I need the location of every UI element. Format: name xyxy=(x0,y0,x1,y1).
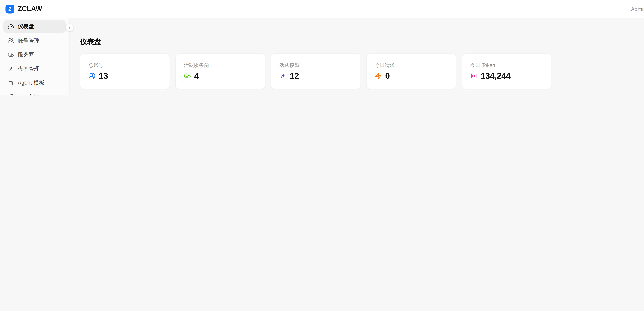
stat-card-today-requests: 今日请求0 xyxy=(366,54,456,89)
stat-card-value-row: 13 xyxy=(88,71,162,80)
stat-card-value: 134,244 xyxy=(481,71,510,80)
stat-card-value: 0 xyxy=(385,71,390,80)
top-header: Z ZCLAW Admin xyxy=(0,0,644,18)
sidebar-item-label: API 密钥 xyxy=(18,93,39,95)
app-title: ZCLAW xyxy=(18,5,42,13)
stat-card-value-row: 134,244 xyxy=(470,71,543,80)
key-icon xyxy=(8,94,14,95)
gauge-icon xyxy=(8,23,14,30)
token-width-icon xyxy=(470,72,478,79)
stat-card-value-row: 4 xyxy=(184,71,257,80)
stat-card-label: 今日请求 xyxy=(375,62,448,68)
stat-card-active-models: 活跃模型12 xyxy=(271,54,361,89)
cloud-server-icon xyxy=(184,72,191,79)
stat-card-value-row: 0 xyxy=(375,71,448,80)
users-icon xyxy=(8,38,14,44)
zap-icon xyxy=(375,72,382,79)
cloud-server-icon xyxy=(8,52,14,58)
sidebar-item-agent-templates[interactable]: Agent 模板 xyxy=(3,77,66,89)
sidebar-item-accounts[interactable]: 账号管理 xyxy=(3,34,66,47)
stat-card-label: 活跃服务商 xyxy=(184,62,257,68)
chevron-left-icon xyxy=(68,24,71,31)
stat-card-label: 总账号 xyxy=(88,62,162,68)
sidebar-item-providers[interactable]: 服务商 xyxy=(3,49,66,61)
sidebar: 仪表盘账号管理服务商模型管理Agent 模板API 密钥用量统计中转任务系统配置… xyxy=(0,18,70,95)
sidebar-item-models[interactable]: 模型管理 xyxy=(3,63,66,75)
user-menu[interactable]: Admin xyxy=(631,6,644,12)
app-logo: Z xyxy=(6,5,14,13)
sidebar-item-label: 账号管理 xyxy=(18,37,40,45)
sidebar-item-label: 服务商 xyxy=(18,51,34,59)
stat-card-active-providers: 活跃服务商4 xyxy=(176,54,265,89)
sidebar-item-dashboard[interactable]: 仪表盘 xyxy=(3,20,66,33)
stat-card-value: 12 xyxy=(290,71,299,80)
stat-card-value: 4 xyxy=(194,71,199,80)
stat-card-today-tokens: 今日 Token134,244 xyxy=(462,54,552,89)
bot-icon xyxy=(8,80,14,86)
app-logo-letter: Z xyxy=(8,6,12,12)
stat-card-label: 今日 Token xyxy=(470,62,543,68)
stat-card-value-row: 12 xyxy=(279,71,352,80)
stat-cards-row: 总账号13活跃服务商4活跃模型12今日请求0今日 Token134,244 xyxy=(80,54,644,89)
app-root: Z ZCLAW Admin 仪表盘账号管理服务商模型管理Agent 模板API … xyxy=(0,0,644,95)
sidebar-item-label: Agent 模板 xyxy=(18,79,44,87)
page-title: 仪表盘 xyxy=(80,18,644,46)
users-icon xyxy=(88,72,96,79)
plug-icon xyxy=(8,66,14,72)
sidebar-item-api-keys[interactable]: API 密钥 xyxy=(3,91,66,95)
sidebar-item-label: 模型管理 xyxy=(18,65,40,73)
stat-card-label: 活跃模型 xyxy=(279,62,352,68)
main-content: 仪表盘 总账号13活跃服务商4活跃模型12今日请求0今日 Token134,24… xyxy=(70,18,644,95)
stat-card-value: 13 xyxy=(99,71,108,80)
stat-card-total-accounts: 总账号13 xyxy=(80,54,170,89)
plug-icon xyxy=(279,72,286,79)
sidebar-item-label: 仪表盘 xyxy=(18,23,34,30)
